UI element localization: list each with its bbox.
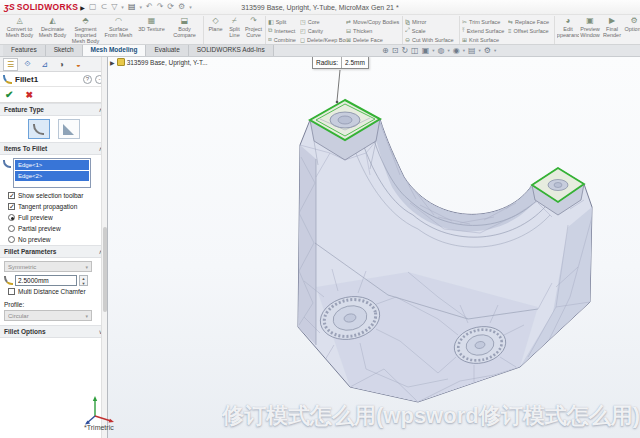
cancel-button[interactable]: ✖ (25, 90, 33, 100)
trim-surface-button[interactable]: ✂Trim Surface (462, 17, 508, 26)
tab-evaluate[interactable]: Evaluate (146, 44, 188, 56)
combine-button[interactable]: ⧈Combine (268, 35, 300, 44)
hide-show-items-icon[interactable]: ◉ (453, 45, 460, 57)
radio-selected-icon[interactable] (8, 214, 15, 221)
radius-callout[interactable]: Radius: 2.5mm (312, 56, 369, 69)
panel-scrollbar[interactable] (101, 57, 107, 438)
panel-scrollbar-thumb[interactable] (103, 227, 107, 312)
items-to-fillet-section-header[interactable]: Items To Fillet ∧ (0, 142, 107, 155)
checkbox-unchecked-icon[interactable] (8, 288, 15, 295)
segment-imported-mesh-body-button[interactable]: ⬘ Segment Imported Mesh Body (69, 16, 102, 44)
radius-stepper[interactable]: ▲▼ (79, 275, 88, 286)
scale-button[interactable]: ⤢Scale (405, 26, 457, 35)
tab-sketch[interactable]: Sketch (46, 44, 83, 56)
no-preview-row[interactable]: No preview (0, 234, 107, 245)
surface-from-mesh-button[interactable]: ◠ Surface From Mesh (102, 16, 135, 44)
chevron-down-icon[interactable]: ▾ (494, 48, 496, 53)
previous-view-icon[interactable]: ↻ (401, 45, 408, 57)
undo-icon[interactable]: ↶ (146, 2, 153, 12)
thicken-button[interactable]: ⊟Thicken (346, 26, 400, 35)
display-manager-tab[interactable]: ◑ (54, 58, 69, 71)
redo-icon[interactable]: ↷ (157, 2, 164, 12)
options-icon[interactable]: ⚙ (178, 2, 185, 12)
project-curve-button[interactable]: ↷ Project Curve (244, 16, 263, 44)
radius-input[interactable]: 2.5000mm (15, 275, 77, 286)
radio-icon[interactable] (8, 225, 15, 232)
knit-surface-button[interactable]: ⊞Knit Surface (462, 35, 508, 44)
save-icon[interactable]: ▽ (111, 2, 117, 12)
feature-manager-tab[interactable]: ☰ (3, 58, 18, 71)
feature-type-section-header[interactable]: Feature Type ∧ (0, 103, 107, 116)
display-style-icon[interactable]: ◍ (438, 45, 445, 57)
convert-to-mesh-body-button[interactable]: ◬ Convert to Mesh Body (3, 16, 36, 44)
cam-manager-tab[interactable]: ◒ (71, 58, 86, 71)
selected-edge-item[interactable]: Edge<1> (15, 160, 89, 170)
view-settings-icon[interactable]: ⚙ (484, 45, 491, 57)
chevron-down-icon[interactable]: ▾ (479, 48, 481, 53)
print-caret-icon[interactable]: ▾ (139, 4, 142, 10)
delete-face-button[interactable]: ⊠Delete Face (346, 35, 400, 44)
property-manager-tab[interactable]: ⟐ (20, 58, 35, 71)
section-view-icon[interactable]: ◫ (411, 45, 419, 57)
extend-surface-button[interactable]: ⤒Extend Surface (462, 26, 508, 35)
delete-keep-body-button[interactable]: ◻Delete/Keep Body (300, 35, 346, 44)
chevron-down-icon[interactable]: ▾ (463, 48, 465, 53)
tree-part-label[interactable]: 313599 Base, Upright, Y-T... (127, 59, 208, 66)
body-compare-button[interactable]: ⬓ Body Compare (168, 16, 201, 44)
tab-mesh-modeling[interactable]: Mesh Modeling (83, 44, 147, 56)
final-render-button[interactable]: ▶ Final Render (601, 16, 623, 44)
print-icon[interactable]: ▤ (128, 2, 136, 12)
decimate-mesh-body-button[interactable]: ◭ Decimate Mesh Body (36, 16, 69, 44)
new-icon[interactable]: ▢ (89, 2, 97, 12)
fillet-parameters-section-header[interactable]: Fillet Parameters ∧ (0, 245, 107, 258)
show-selection-toolbar-row[interactable]: ✓ Show selection toolbar (0, 190, 107, 201)
help-icon[interactable]: ? (83, 75, 92, 84)
fillet-options-section-header[interactable]: Fillet Options ∨ (0, 325, 107, 338)
cavity-button[interactable]: ◰Cavity (300, 26, 346, 35)
mirror-button[interactable]: ⧎Mirror (405, 17, 457, 26)
intersect-button[interactable]: ⧉Intersect (268, 26, 300, 35)
move-copy-bodies-button[interactable]: ⇄Move/Copy Bodies (346, 17, 400, 26)
view-orientation-icon[interactable]: ▣ (422, 45, 430, 57)
tab-solidworks-add-ins[interactable]: SOLIDWORKS Add-Ins (189, 44, 274, 56)
render-options-button[interactable]: ⚙ Options (623, 16, 640, 44)
preview-window-button[interactable]: ▣ Preview Window (579, 16, 601, 44)
dimxpert-manager-tab[interactable]: ⊿ (37, 58, 52, 71)
flyout-feature-tree[interactable]: ▶ 313599 Base, Upright, Y-T... (110, 58, 208, 66)
chamfer-type-button[interactable] (58, 119, 80, 139)
edit-appearance-button[interactable]: ◕ Edit Appearance (557, 16, 579, 44)
checkbox-checked-icon[interactable]: ✓ (8, 192, 15, 199)
selected-edge-item[interactable]: Edge<2> (15, 171, 89, 181)
plane-button[interactable]: ◇ Plane (206, 16, 225, 44)
apply-scene-icon[interactable]: ▤ (468, 45, 476, 57)
options-caret-icon[interactable]: ▾ (189, 4, 192, 10)
edge-selection-list[interactable]: Edge<1> Edge<2> (13, 158, 91, 188)
split-line-button[interactable]: ⌿ Split Line (225, 16, 244, 44)
zoom-to-area-icon[interactable]: ⊡ (392, 45, 399, 57)
tangent-propagation-row[interactable]: ✓ Tangent propagation (0, 201, 107, 212)
checkbox-checked-icon[interactable]: ✓ (8, 203, 15, 210)
zoom-to-fit-icon[interactable]: ⊕ (382, 45, 389, 57)
offset-surface-button[interactable]: ≡Offset Surface (508, 26, 552, 35)
model-body[interactable] (298, 100, 592, 402)
profile-dropdown[interactable]: Circular ▾ (4, 310, 92, 321)
tab-features[interactable]: Features (3, 44, 46, 56)
core-button[interactable]: ◳Core (300, 17, 346, 26)
multi-distance-chamfer-row[interactable]: Multi Distance Chamfer (4, 286, 103, 297)
split-button[interactable]: ◧Split (268, 17, 300, 26)
ok-button[interactable]: ✔ (5, 89, 13, 100)
partial-preview-row[interactable]: Partial preview (0, 223, 107, 234)
full-preview-row[interactable]: Full preview (0, 212, 107, 223)
graphics-viewport[interactable]: ▶ 313599 Base, Upright, Y-T... (108, 57, 640, 438)
radio-icon[interactable] (8, 236, 15, 243)
open-icon[interactable]: ⊂ (101, 2, 108, 12)
fillet-type-button[interactable] (28, 119, 50, 139)
stepper-down-icon[interactable]: ▼ (82, 281, 86, 286)
replace-face-button[interactable]: ⇆Replace Face (508, 17, 552, 26)
3d-texture-button[interactable]: ▦ 3D Texture (135, 16, 168, 44)
chevron-down-icon[interactable]: ▾ (432, 48, 434, 53)
symmetric-dropdown[interactable]: Symmetric ▾ (4, 261, 92, 272)
chevron-down-icon[interactable]: ▾ (447, 48, 449, 53)
callout-value[interactable]: 2.5mm (342, 57, 368, 68)
tree-expand-icon[interactable]: ▶ (110, 59, 115, 66)
